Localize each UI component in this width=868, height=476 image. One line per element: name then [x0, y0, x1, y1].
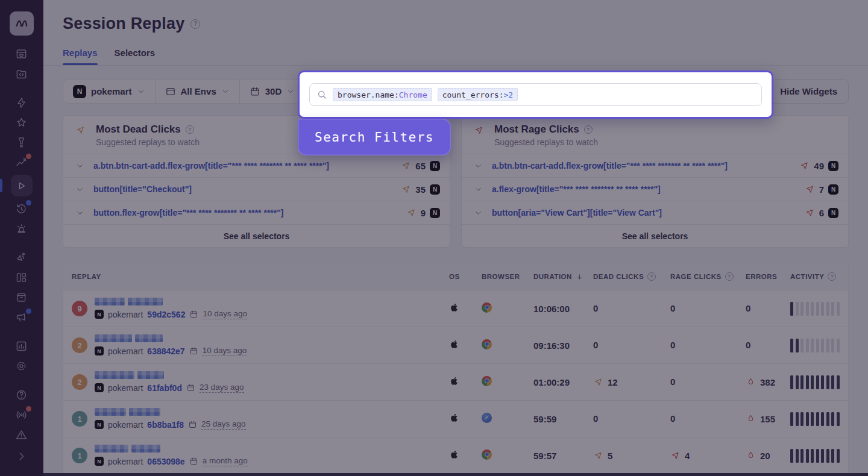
search-spotlight-card: browser.name:Chromecount_errors:>2 — [298, 70, 773, 119]
search-icon — [316, 89, 327, 100]
search-filter-chip[interactable]: count_errors:>2 — [438, 88, 518, 101]
chip-value: Chrome — [399, 90, 427, 99]
chip-field: browser.name: — [338, 90, 399, 99]
search-filter-chip[interactable]: browser.name:Chrome — [333, 88, 432, 101]
tour-tooltip: Search Filters — [298, 119, 451, 155]
search-input[interactable]: browser.name:Chromecount_errors:>2 — [309, 83, 762, 106]
filter-chips: browser.name:Chromecount_errors:>2 — [333, 88, 518, 101]
chip-field: count_errors: — [442, 90, 504, 99]
chip-value: >2 — [503, 90, 513, 99]
tour-tooltip-label: Search Filters — [315, 130, 434, 145]
